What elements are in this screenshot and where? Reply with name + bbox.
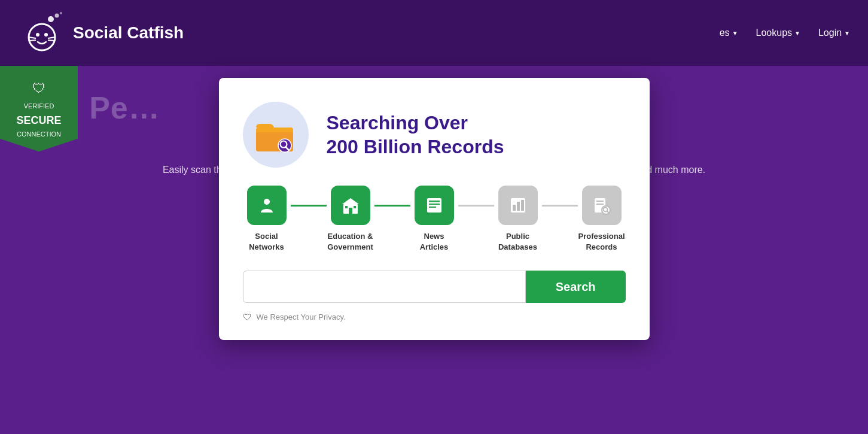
modal: Searching Over 200 Billion Records Soci (219, 78, 650, 340)
building-icon (341, 196, 360, 215)
connector-2 (374, 205, 410, 207)
nav-links: es ▼ Lookups ▼ Login ▼ (720, 28, 850, 38)
chevron-down-icon: ▼ (844, 30, 850, 37)
svg-line-3 (29, 37, 36, 38)
connector-4 (542, 205, 578, 207)
search-bar: Search (243, 271, 626, 303)
step-label-4: PublicDatabases (498, 231, 537, 253)
step-icon-1 (247, 186, 287, 225)
logo-icon (18, 12, 66, 54)
folder-search-icon (253, 116, 298, 154)
svg-point-0 (29, 24, 55, 50)
step-education: Education &Government (327, 186, 374, 253)
step-icon-3 (415, 186, 454, 225)
svg-line-5 (48, 37, 55, 38)
step-label-5: ProfessionalRecords (578, 231, 625, 253)
svg-point-8 (55, 14, 59, 18)
step-icon-4 (498, 186, 538, 225)
privacy-shield-icon: 🛡 (243, 312, 252, 322)
privacy-text: We Respect Your Privacy. (257, 312, 346, 321)
chevron-down-icon: ▼ (732, 30, 738, 37)
svg-point-9 (60, 12, 62, 14)
step-professional: ProfessionalRecords (578, 186, 626, 253)
svg-point-2 (44, 33, 48, 37)
person-icon (257, 196, 276, 215)
step-news: NewsArticles (410, 186, 458, 253)
svg-rect-22 (429, 201, 440, 202)
logo-area: Social Catfish (18, 12, 184, 54)
folder-icon-circle (243, 102, 309, 168)
nav-item-1[interactable]: es ▼ (720, 28, 738, 38)
svg-rect-20 (354, 206, 356, 208)
svg-rect-23 (429, 204, 440, 205)
connector-1 (291, 205, 327, 207)
modal-title-block: Searching Over 200 Billion Records (327, 111, 504, 159)
chart-icon (508, 196, 528, 215)
svg-rect-24 (429, 207, 436, 208)
svg-point-1 (36, 33, 39, 37)
svg-rect-18 (349, 208, 352, 214)
modal-title-line1: Searching Over (327, 111, 504, 135)
step-icon-5 (582, 186, 622, 225)
privacy-note: 🛡 We Respect Your Privacy. (243, 312, 626, 322)
modal-title-line2: 200 Billion Records (327, 135, 504, 159)
svg-rect-21 (427, 198, 441, 213)
step-public-databases: PublicDatabases (494, 186, 542, 253)
nav-item-lookups[interactable]: Lookups ▼ (756, 28, 800, 38)
step-label-2: Education &Government (327, 231, 373, 253)
svg-marker-17 (342, 198, 359, 204)
search-doc-icon (592, 196, 611, 215)
svg-rect-28 (521, 200, 524, 211)
step-label-1: SocialNetworks (249, 231, 284, 253)
news-icon (425, 196, 444, 215)
svg-rect-27 (517, 202, 520, 211)
svg-rect-31 (596, 204, 604, 205)
connector-3 (458, 205, 494, 207)
modal-overlay: Searching Over 200 Billion Records Soci (0, 66, 868, 434)
svg-line-6 (48, 40, 55, 41)
step-social-networks: SocialNetworks (243, 186, 291, 253)
navbar: Social Catfish es ▼ Lookups ▼ Login ▼ (0, 0, 868, 66)
step-label-3: NewsArticles (420, 231, 449, 253)
svg-line-4 (29, 40, 36, 41)
search-input[interactable] (243, 271, 526, 303)
chevron-down-icon: ▼ (794, 30, 800, 37)
steps-row: SocialNetworks Education &Gov (243, 186, 626, 253)
svg-rect-26 (513, 205, 516, 211)
modal-header: Searching Over 200 Billion Records (243, 102, 626, 168)
svg-point-7 (48, 16, 54, 22)
search-button[interactable]: Search (526, 271, 626, 303)
svg-rect-30 (596, 201, 604, 202)
site-name: Social Catfish (73, 23, 184, 43)
svg-rect-19 (345, 206, 348, 208)
svg-point-15 (264, 199, 270, 205)
step-icon-2 (331, 186, 370, 225)
nav-item-login[interactable]: Login ▼ (818, 28, 850, 38)
hero-section: 🛡 VERIFIED SECURE CONNECTION Find Pe… On… (0, 66, 868, 434)
